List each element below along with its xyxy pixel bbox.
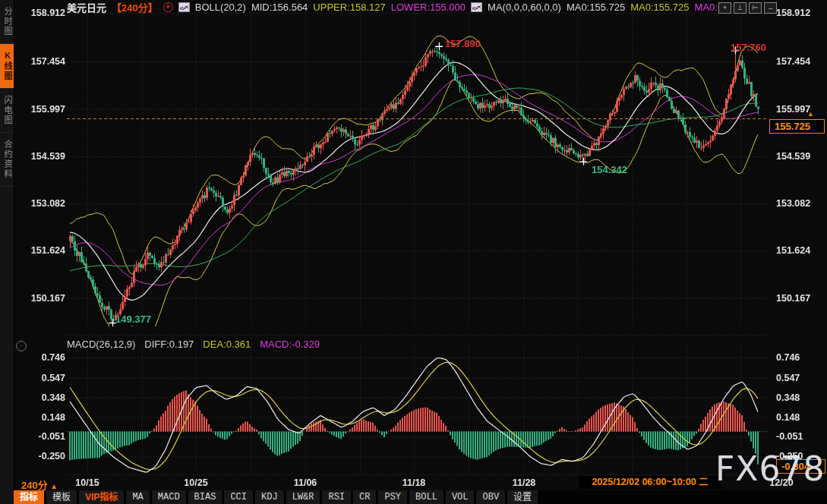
y-axis-label: 158.912 (23, 8, 65, 18)
macd-axis-label: -0.051 (23, 431, 65, 442)
toolbar-tab-lwr[interactable]: LW&R (286, 490, 320, 504)
swing-low-price-label: 154.342 (592, 164, 627, 175)
y-axis-label: 157.454 (23, 56, 65, 67)
macd-axis-label: -0.250 (23, 451, 65, 461)
chart-header: 美元日元 【240分】 + BOLL(20,2) MID:156.564 UPP… (67, 2, 723, 13)
ma-indicator-icon[interactable] (471, 2, 482, 12)
axis-right-icon[interactable]: ⊢ (749, 2, 762, 14)
toolbar-tab-macd[interactable]: MACD (152, 490, 186, 504)
macd-axis-label: 0.746 (23, 352, 65, 363)
y-axis-label-right: 151.624 (776, 245, 819, 256)
macd-params-label: MACD(26,12,9) (67, 339, 135, 350)
boll-label: BOLL(20,2) (195, 2, 246, 13)
price-macd-chart[interactable] (0, 0, 827, 504)
x-axis-label: 11/28 (513, 477, 536, 488)
toolbar-tab-templates[interactable]: 模板 (46, 490, 77, 504)
toolbar-tab-kdj[interactable]: KDJ (255, 490, 284, 504)
sidebar-tab-lightning[interactable]: 闪电图 (0, 89, 14, 133)
y-axis-label-right: 150.167 (776, 293, 819, 304)
macd-axis-label: 0.547 (23, 373, 65, 383)
toolbar-tab-ma[interactable]: MA (126, 490, 149, 504)
ma0-value-yellow: MA0:155.725 (630, 2, 689, 13)
boll-mid-value: MID:156.564 (251, 2, 308, 13)
period-up-arrow-icon: ▲ (50, 482, 58, 490)
ma0-value-white: MA0:155.725 (567, 2, 625, 13)
x-axis-label: 11/18 (402, 477, 426, 488)
macd-axis-label: 0.148 (23, 412, 65, 423)
toolbar-tab-cr[interactable]: CR (353, 490, 376, 504)
x-axis-label: 11/06 (294, 477, 317, 488)
toolbar-tab-indicators[interactable]: 指标 (14, 490, 44, 504)
y-axis-label: 154.539 (23, 151, 65, 162)
macd-dea-value: DEA:0.361 (203, 339, 251, 350)
y-axis-label-right: 157.454 (776, 56, 819, 67)
recent-peak-price-label: 157.760 (731, 42, 766, 53)
symbol-name: 美元日元 (67, 0, 106, 14)
pane-toggle-icon[interactable]: ◦ (16, 341, 27, 351)
y-axis-label: 155.997 (23, 104, 65, 115)
indicator-toolbar: 指标 模板 VIP指标 MA MACD BIAS CCI KDJ LW&R RS… (14, 490, 827, 504)
chart-tool-icons: + ⊥ ⊢ → (718, 2, 777, 14)
macd-axis-label-right: 0.746 (776, 352, 819, 363)
trading-terminal: 分时图 K线图 闪电图 合约资料 ◦ 美元日元 【240分】 + BOLL(20… (0, 0, 827, 504)
toolbar-tab-rsi[interactable]: RSI (322, 490, 351, 504)
macd-diff-value: DIFF:0.197 (144, 339, 194, 350)
y-axis-label: 153.082 (23, 198, 65, 209)
macd-axis-label-right: -0.051 (776, 431, 819, 442)
toolbar-tab-boll[interactable]: BOLL (409, 490, 443, 504)
macd-axis-label: 0.348 (23, 392, 65, 403)
price-tag-arrow-icon: ▲ (807, 110, 814, 118)
pan-icon[interactable]: + (718, 2, 731, 14)
add-indicator-icon[interactable]: + (163, 2, 173, 12)
current-bar-datetime: 2025/12/02 06:00~10:00 二 (579, 476, 721, 489)
sidebar-tab-timeline[interactable]: 分时图 (0, 0, 14, 44)
x-axis-label: 10/25 (184, 477, 207, 488)
y-axis-label: 150.167 (23, 293, 65, 304)
macd-last-tag: -0.304 (776, 459, 825, 474)
sidebar: 分时图 K线图 闪电图 合约资料 (0, 0, 14, 504)
y-axis-label-right: 153.082 (776, 198, 819, 209)
toolbar-tab-psy[interactable]: PSY (378, 490, 407, 504)
toolbar-tab-settings[interactable]: 设置 (507, 490, 538, 504)
y-axis-label-right: 154.539 (776, 151, 819, 162)
toolbar-tab-bias[interactable]: BIAS (188, 490, 223, 504)
macd-header: MACD(26,12,9) DIFF:0.197 DEA:0.361 MACD:… (67, 339, 320, 350)
last-price-tag: 155.725 (769, 119, 825, 134)
peak-price-label: 157.890 (445, 38, 481, 49)
macd-axis-label-right: 0.348 (776, 392, 819, 403)
y-axis-label-right: 158.912 (776, 8, 819, 18)
ma-params-label: MA(0,0,0,60,0,0) (488, 2, 561, 13)
toolbar-tab-vol[interactable]: VOL (446, 490, 475, 504)
toolbar-tab-cci[interactable]: CCI (224, 490, 253, 504)
sidebar-tab-contract-info[interactable]: 合约资料 (0, 133, 14, 187)
export-icon[interactable]: → (764, 2, 777, 14)
axis-left-icon[interactable]: ⊥ (734, 2, 747, 14)
x-axis-label: 10/15 (75, 477, 99, 488)
y-axis-label: 151.624 (23, 245, 65, 256)
start-low-price-label: 149.377 (115, 313, 151, 325)
macd-axis-label-right: 0.148 (776, 412, 819, 423)
x-axis-label: 12/20 (769, 477, 793, 488)
macd-axis-label-right: 0.547 (776, 373, 819, 383)
toolbar-tab-obv[interactable]: OBV (476, 490, 505, 504)
boll-indicator-icon[interactable] (178, 2, 190, 12)
period-label[interactable]: 【240分】 (112, 0, 158, 14)
boll-lower-value: LOWER:155.000 (391, 2, 466, 13)
toolbar-tab-vip-indicators[interactable]: VIP指标 (79, 490, 124, 504)
macd-hist-value: MACD:-0.329 (260, 339, 320, 350)
sidebar-tab-kline[interactable]: K线图 (0, 44, 14, 89)
boll-upper-value: UPPER:158.127 (313, 2, 385, 13)
